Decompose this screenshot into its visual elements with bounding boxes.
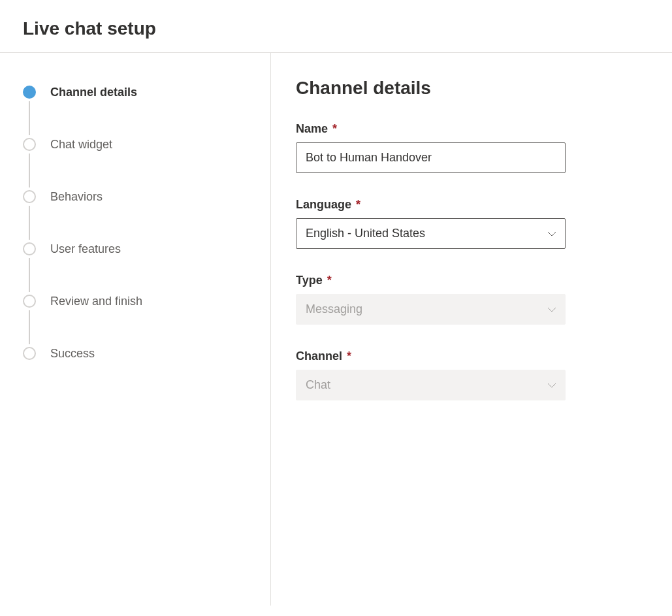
stepper-indicator-icon [23, 86, 36, 99]
stepper-indicator-icon [23, 295, 36, 308]
label-text: Type [296, 274, 323, 287]
wizard-stepper: Channel details Chat widget Behaviors Us… [23, 86, 248, 360]
select-value: Chat [306, 378, 330, 392]
stepper-connector [29, 206, 30, 240]
stepper-label: User features [50, 242, 121, 255]
select-value: English - United States [306, 227, 425, 240]
stepper-connector [29, 154, 30, 187]
stepper-connector [29, 310, 30, 344]
form-group-type: Type * Messaging [296, 274, 639, 325]
stepper-indicator-icon [23, 347, 36, 360]
label-text: Channel [296, 349, 342, 363]
stepper-indicator-icon [23, 242, 36, 255]
stepper-indicator-icon [23, 190, 36, 203]
name-label: Name * [296, 122, 639, 136]
language-label: Language * [296, 198, 639, 212]
page-title: Live chat setup [23, 18, 649, 39]
language-select[interactable]: English - United States [296, 218, 566, 249]
name-input[interactable] [296, 142, 566, 173]
stepper-item-behaviors[interactable]: Behaviors [23, 190, 248, 203]
required-indicator: * [347, 349, 351, 363]
language-select-wrapper: English - United States [296, 218, 566, 249]
stepper-connector [29, 101, 30, 135]
required-indicator: * [332, 122, 337, 135]
channel-label: Channel * [296, 349, 639, 363]
content-heading: Channel details [296, 78, 639, 99]
stepper-item-success[interactable]: Success [23, 347, 248, 360]
stepper-label: Success [50, 347, 95, 360]
stepper-label: Chat widget [50, 138, 112, 151]
type-select: Messaging [296, 294, 566, 325]
stepper-label: Behaviors [50, 190, 103, 203]
required-indicator: * [327, 274, 332, 287]
stepper-label: Channel details [50, 86, 137, 99]
type-select-wrapper: Messaging [296, 294, 566, 325]
form-group-name: Name * [296, 122, 639, 173]
stepper-label: Review and finish [50, 295, 142, 308]
label-text: Name [296, 122, 328, 135]
stepper-indicator-icon [23, 138, 36, 151]
select-value: Messaging [306, 302, 362, 316]
required-indicator: * [356, 198, 360, 211]
stepper-item-channel-details[interactable]: Channel details [23, 86, 248, 99]
form-group-language: Language * English - United States [296, 198, 639, 249]
page-header: Live chat setup [0, 0, 672, 53]
label-text: Language [296, 198, 351, 211]
stepper-item-chat-widget[interactable]: Chat widget [23, 138, 248, 151]
form-content: Channel details Name * Language * Englis… [271, 53, 672, 606]
main-container: Channel details Chat widget Behaviors Us… [0, 53, 672, 606]
wizard-stepper-sidebar: Channel details Chat widget Behaviors Us… [0, 53, 271, 606]
stepper-item-user-features[interactable]: User features [23, 242, 248, 255]
form-group-channel: Channel * Chat [296, 349, 639, 400]
type-label: Type * [296, 274, 639, 287]
channel-select-wrapper: Chat [296, 370, 566, 400]
channel-select: Chat [296, 370, 566, 400]
stepper-item-review-and-finish[interactable]: Review and finish [23, 295, 248, 308]
stepper-connector [29, 258, 30, 292]
